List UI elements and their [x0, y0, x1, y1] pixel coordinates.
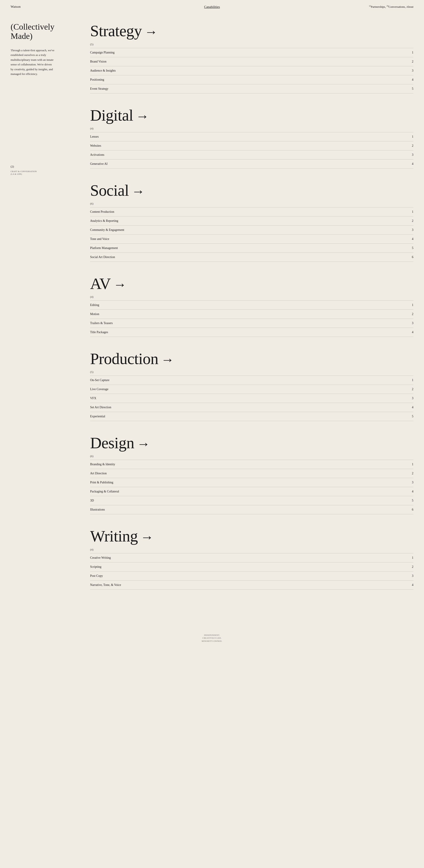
- section-design: Design→(6)Branding & Identity1Art Direct…: [90, 434, 414, 514]
- table-row[interactable]: Print & Publishing3: [90, 478, 414, 487]
- table-row[interactable]: Analytics & Reporting2: [90, 216, 414, 225]
- table-row[interactable]: Trailers & Teasers3: [90, 319, 414, 328]
- strategy-item-3-num: 3: [365, 66, 414, 75]
- nav-logo[interactable]: Watson: [10, 5, 21, 9]
- writing-title-row[interactable]: Writing→: [90, 528, 414, 547]
- writing-item-3-name: Post Copy: [90, 571, 365, 580]
- design-item-4-num: 4: [365, 487, 414, 496]
- production-item-2-name: Live Coverage: [90, 385, 365, 394]
- av-count: (4): [90, 294, 414, 301]
- table-row[interactable]: Motion2: [90, 310, 414, 319]
- strategy-item-1-name: Campaign Planning: [90, 48, 365, 57]
- digital-item-3-name: Activations: [90, 150, 365, 159]
- social-item-6-name: Social Art Direction: [90, 252, 365, 261]
- table-row[interactable]: Scripting2: [90, 562, 414, 571]
- writing-count: (4): [90, 547, 414, 553]
- table-row[interactable]: Creative Writing1: [90, 553, 414, 562]
- strategy-item-4-name: Positioning: [90, 75, 365, 84]
- conversations-link[interactable]: Conversations: [388, 5, 405, 8]
- design-title-row[interactable]: Design→: [90, 434, 414, 454]
- table-row[interactable]: Branding & Identity1: [90, 460, 414, 469]
- digital-item-4-name: Generative AI: [90, 159, 365, 168]
- table-row[interactable]: Experiential5: [90, 412, 414, 421]
- strategy-table: Campaign Planning1Brand Vision2Audience …: [90, 48, 414, 93]
- about-link[interactable]: About: [406, 5, 414, 8]
- sidebar-headline: (Collectively Made): [10, 22, 72, 41]
- section-digital: Digital→(4)Lenses1Websites2Activations3G…: [90, 107, 414, 168]
- table-row[interactable]: Community & Engagement3: [90, 225, 414, 235]
- table-row[interactable]: Campaign Planning1: [90, 48, 414, 57]
- av-table: Editing1Motion2Trailers & Teasers3Title …: [90, 301, 414, 337]
- table-row[interactable]: Tone and Voice4: [90, 235, 414, 244]
- capabilities-link[interactable]: Capabilities: [204, 5, 220, 9]
- design-item-2-num: 2: [365, 469, 414, 478]
- table-row[interactable]: Activations3: [90, 150, 414, 159]
- av-item-1-num: 1: [365, 301, 414, 310]
- table-row[interactable]: Websites2: [90, 141, 414, 150]
- table-row[interactable]: Positioning4: [90, 75, 414, 84]
- main-container: (Collectively Made) Through a talent-fir…: [0, 13, 424, 620]
- strategy-title: Strategy: [90, 22, 142, 40]
- strategy-item-5-num: 5: [365, 84, 414, 93]
- production-item-1-num: 1: [365, 376, 414, 385]
- writing-table: Creative Writing1Scripting2Post Copy3Nar…: [90, 553, 414, 590]
- writing-item-1-num: 1: [365, 553, 414, 562]
- strategy-item-4-num: 4: [365, 75, 414, 84]
- writing-title: Writing: [90, 528, 138, 545]
- table-row[interactable]: Social Art Direction6: [90, 252, 414, 261]
- writing-item-2-num: 2: [365, 562, 414, 571]
- table-row[interactable]: Live Coverage2: [90, 385, 414, 394]
- table-row[interactable]: Set Art Direction4: [90, 403, 414, 412]
- social-count: (6): [90, 201, 414, 207]
- production-item-1-name: On-Set Capture: [90, 376, 365, 385]
- table-row[interactable]: Packaging & Collateral4: [90, 487, 414, 496]
- writing-item-4-num: 4: [365, 580, 414, 589]
- design-item-3-num: 3: [365, 478, 414, 487]
- strategy-item-2-num: 2: [365, 57, 414, 66]
- social-table: Content Production1Analytics & Reporting…: [90, 207, 414, 262]
- table-row[interactable]: Content Production1: [90, 207, 414, 216]
- table-row[interactable]: Generative AI4: [90, 159, 414, 168]
- digital-item-3-num: 3: [365, 150, 414, 159]
- av-item-2-num: 2: [365, 310, 414, 319]
- social-item-5-num: 5: [365, 244, 414, 252]
- production-title: Production: [90, 350, 158, 368]
- av-item-3-name: Trailers & Teasers: [90, 319, 365, 328]
- table-row[interactable]: Editing1: [90, 301, 414, 310]
- table-row[interactable]: Lenses1: [90, 132, 414, 141]
- design-count: (6): [90, 454, 414, 460]
- table-row[interactable]: Art Direction2: [90, 469, 414, 478]
- design-item-1-name: Branding & Identity: [90, 460, 365, 469]
- strategy-title-row[interactable]: Strategy→: [90, 22, 414, 41]
- social-title-row[interactable]: Social→: [90, 182, 414, 201]
- table-row[interactable]: 3D5: [90, 496, 414, 505]
- digital-item-2-num: 2: [365, 141, 414, 150]
- table-row[interactable]: Platform Management5: [90, 244, 414, 252]
- av-item-4-num: 4: [365, 328, 414, 337]
- main-nav: Watson Capabilities 13Partnerships, 19Co…: [0, 0, 424, 13]
- av-title-row[interactable]: AV→: [90, 275, 414, 294]
- social-item-3-num: 3: [365, 225, 414, 235]
- table-row[interactable]: Audience & Insights3: [90, 66, 414, 75]
- production-item-2-num: 2: [365, 385, 414, 394]
- writing-arrow: →: [140, 530, 154, 545]
- strategy-item-1-num: 1: [365, 48, 414, 57]
- social-item-6-num: 6: [365, 252, 414, 261]
- table-row[interactable]: Post Copy3: [90, 571, 414, 580]
- production-title-row[interactable]: Production→: [90, 350, 414, 369]
- sidebar-description: Through a talent-first approach, we've e…: [10, 48, 55, 76]
- table-row[interactable]: On-Set Capture1: [90, 376, 414, 385]
- table-row[interactable]: Narrative, Tone, & Voice4: [90, 580, 414, 589]
- strategy-item-3-name: Audience & Insights: [90, 66, 365, 75]
- production-count: (5): [90, 369, 414, 376]
- table-row[interactable]: Brand Vision2: [90, 57, 414, 66]
- digital-title-row[interactable]: Digital→: [90, 107, 414, 126]
- table-row[interactable]: Event Strategy5: [90, 84, 414, 93]
- strategy-arrow: →: [144, 24, 158, 39]
- section-production: Production→(5)On-Set Capture1Live Covera…: [90, 350, 414, 421]
- table-row[interactable]: Illustrations6: [90, 505, 414, 514]
- production-item-5-name: Experiential: [90, 412, 365, 421]
- table-row[interactable]: VFX3: [90, 394, 414, 403]
- partnerships-link[interactable]: Partnerships: [371, 5, 385, 8]
- table-row[interactable]: Title Packages4: [90, 328, 414, 337]
